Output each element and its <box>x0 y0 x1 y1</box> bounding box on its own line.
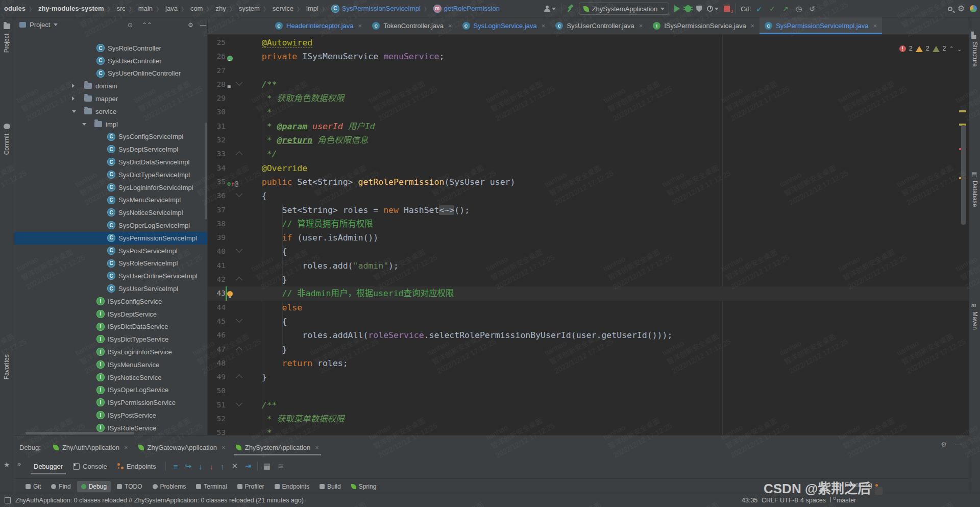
tool-window-button-git[interactable]: Git <box>21 481 45 492</box>
collapse-all-icon[interactable]: ⌃⌃ <box>142 21 152 29</box>
run-configuration-select[interactable]: ZhySystemApplication <box>579 3 670 15</box>
tool-button-project[interactable]: Project <box>3 34 10 53</box>
locate-file-icon[interactable]: ⊙ <box>128 21 133 29</box>
panel-settings-gear-icon[interactable]: ⚙ <box>188 21 193 29</box>
panel-settings-gear-icon[interactable]: ⚙ <box>941 441 947 448</box>
tool-button-database[interactable]: Database <box>971 181 978 207</box>
code-line-38[interactable]: 38 // 管理员拥有所有权限 <box>208 217 969 231</box>
editor-scrollbar[interactable] <box>961 125 966 225</box>
code-line-41[interactable]: 41 roles.add("admin"); <box>208 259 969 273</box>
tree-item-SysNoticeServiceImpl[interactable]: CSysNoticeServiceImpl <box>14 206 207 219</box>
code-line-46[interactable]: 46 roles.addAll(roleService.selectRolePe… <box>208 328 969 342</box>
debug-session-tab-ZhyAuthApplication[interactable]: ZhyAuthApplication× <box>48 440 133 455</box>
close-icon[interactable]: × <box>315 444 319 451</box>
next-problem-icon[interactable]: ⌃ <box>957 42 962 56</box>
stripe-mark[interactable] <box>959 110 966 112</box>
tree-item-SysMenuServiceImpl[interactable]: CSysMenuServiceImpl <box>14 194 207 207</box>
code-line-53[interactable]: 53 * <box>208 426 969 435</box>
tree-item-SysOperLogServiceImpl[interactable]: CSysOperLogServiceImpl <box>14 219 207 232</box>
debug-view-tab-Console[interactable]: Console <box>68 460 112 473</box>
tree-item-SysRoleServiceImpl[interactable]: CSysRoleServiceImpl <box>14 257 207 270</box>
update-arrow-icon[interactable]: ↙ <box>756 5 763 12</box>
tree-chevron-icon[interactable] <box>72 84 75 88</box>
project-panel-header[interactable]: Project ⊙ ⌃⌃ ⚙ — <box>14 17 207 32</box>
editor-tab-SysPermissionServiceImpl.java[interactable]: CSysPermissionServiceImpl.java× <box>760 17 882 34</box>
tree-item-domain[interactable]: domain <box>14 80 207 92</box>
tree-item-SysPostServiceImpl[interactable]: CSysPostServiceImpl <box>14 245 207 257</box>
code-line-44[interactable]: 44 else <box>208 301 969 315</box>
tool-window-button-terminal[interactable]: Terminal <box>192 481 231 492</box>
hide-panel-icon[interactable]: — <box>955 441 962 448</box>
editor-tab-TokenController.java[interactable]: CTokenController.java× <box>367 17 457 34</box>
tool-window-button-build[interactable]: Build <box>315 481 345 492</box>
editor-tab-ISysPermissionService.java[interactable]: IISysPermissionService.java× <box>648 17 760 34</box>
tree-item-service[interactable]: service <box>14 105 207 118</box>
tree-item-ISysDictTypeService[interactable]: IISysDictTypeService <box>14 333 207 346</box>
intention-bulb-icon[interactable] <box>227 291 233 297</box>
editor-tab-HeaderInterceptor.java[interactable]: CHeaderInterceptor.java× <box>270 17 367 34</box>
tree-item-SysDictDataServiceImpl[interactable]: CSysDictDataServiceImpl <box>14 156 207 168</box>
run-to-cursor-icon[interactable]: ⇥ <box>241 462 255 471</box>
code-line-39[interactable]: 39 if (user.isAdmin()) <box>208 231 969 245</box>
drop-frame-icon[interactable]: ✕ <box>228 462 241 471</box>
git-branch[interactable]: master <box>830 497 856 504</box>
tree-item-ISysLogininforService[interactable]: IISysLogininforService <box>14 346 207 358</box>
close-icon[interactable]: × <box>448 22 452 30</box>
tree-item-ISysPostService[interactable]: IISysPostService <box>14 409 207 422</box>
breadcrumb-item[interactable]: mgetRolePermission <box>433 5 500 13</box>
commit-check-icon[interactable]: ✓ <box>769 5 775 12</box>
evaluate-expression-icon[interactable]: ▦ <box>260 462 274 471</box>
code-line-49[interactable]: 49 } <box>208 370 969 384</box>
tool-window-button-profiler[interactable]: Profiler <box>233 481 268 492</box>
tree-item-SysUserServiceImpl[interactable]: CSysUserServiceImpl <box>14 282 207 295</box>
force-step-into-icon[interactable]: ↓ <box>206 462 217 471</box>
code-line-51[interactable]: 51 /** <box>208 398 969 412</box>
code-line-52[interactable]: 52 * 获取菜单数据权限 <box>208 412 969 426</box>
tree-item-ISysOperLogService[interactable]: IISysOperLogService <box>14 384 207 397</box>
tool-button-structure[interactable]: Structure <box>971 42 978 67</box>
tree-item-ISysDictDataService[interactable]: IISysDictDataService <box>14 321 207 333</box>
tree-item-ISysNoticeService[interactable]: IISysNoticeService <box>14 371 207 384</box>
rollback-icon[interactable]: ↺ <box>809 5 815 12</box>
tool-window-button-find[interactable]: Find <box>47 481 75 492</box>
search-everywhere-icon[interactable] <box>948 7 952 11</box>
history-clock-icon[interactable]: ◷ <box>796 5 802 12</box>
code-line-36[interactable]: 36 { <box>208 189 969 203</box>
code-line-43[interactable]: 43 // 非admin用户，根据userid查询对应权限 <box>208 286 969 300</box>
tool-button-maven[interactable]: Maven <box>971 311 978 330</box>
code-line-45[interactable]: 45 { <box>208 315 969 328</box>
user-account-button[interactable] <box>544 6 556 12</box>
breadcrumb-item[interactable]: CSysPermissionServiceImpl <box>331 5 421 13</box>
breadcrumb-class[interactable]: SysPermissionServiceImpl <box>342 5 421 12</box>
tree-item-SysLogininforServiceImpl[interactable]: CSysLogininforServiceImpl <box>14 181 207 194</box>
run-button[interactable] <box>674 5 680 12</box>
tree-item-SysUserController[interactable]: CSysUserController <box>14 55 207 67</box>
tree-item-SysDictTypeServiceImpl[interactable]: CSysDictTypeServiceImpl <box>14 168 207 181</box>
prev-problem-icon[interactable]: ⌃ <box>949 42 954 56</box>
code-line-37[interactable]: 37 Set<String> roles = new HashSet<~>(); <box>208 203 969 217</box>
tool-window-button-spring[interactable]: Spring <box>347 481 381 492</box>
run-with-coverage-icon[interactable] <box>696 6 702 12</box>
code-line-29[interactable]: 29 * 获取角色数据权限 <box>208 91 969 105</box>
tree-item-ISysMenuService[interactable]: IISysMenuService <box>14 358 207 371</box>
debug-session-tab-ZhySystemApplication[interactable]: ZhySystemApplication× <box>231 440 324 455</box>
code-line-34[interactable]: 34 @Override <box>208 161 969 175</box>
close-icon[interactable]: × <box>751 22 755 30</box>
code-editor[interactable]: 25 @Autowired26 private ISysMenuService … <box>208 35 969 435</box>
ide-sphere-icon[interactable] <box>970 5 977 12</box>
tool-window-button-debug[interactable]: Debug <box>77 481 111 492</box>
debug-session-tab-ZhyGatewayApplication[interactable]: ZhyGatewayApplication× <box>133 440 231 455</box>
debug-view-tab-Endpoints[interactable]: Endpoints <box>112 460 161 473</box>
tree-item-SysRoleController[interactable]: CSysRoleController <box>14 42 207 55</box>
debug-button[interactable] <box>685 5 691 12</box>
breadcrumb-item[interactable]: impl <box>306 5 318 12</box>
close-icon[interactable]: × <box>124 444 128 451</box>
show-execution-point-icon[interactable]: ≡ <box>170 462 182 471</box>
close-icon[interactable]: × <box>639 22 643 30</box>
close-icon[interactable]: × <box>222 444 226 451</box>
code-line-47[interactable]: 47 } <box>208 343 969 356</box>
tool-window-button-todo[interactable]: TODO <box>113 481 146 492</box>
breadcrumb-item[interactable]: service <box>273 5 293 12</box>
code-line-25[interactable]: 25 @Autowired <box>208 36 969 50</box>
editor-tab-SysUserController.java[interactable]: CSysUserController.java× <box>550 17 648 34</box>
